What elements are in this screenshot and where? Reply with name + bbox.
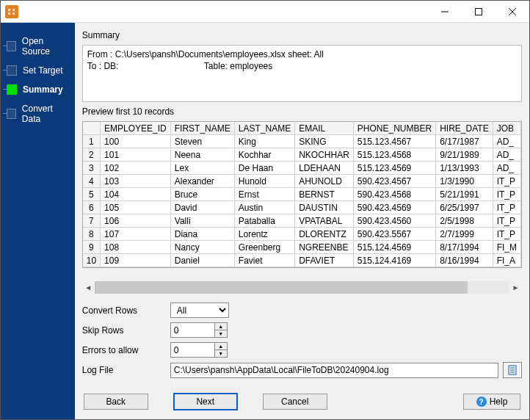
table-cell: 108: [101, 241, 171, 254]
table-cell: VPATABAL: [295, 214, 354, 228]
table-row[interactable]: 6105DavidAustinDAUSTIN590.423.45696/25/1…: [83, 201, 521, 214]
table-cell: NKOCHHAR: [295, 148, 354, 162]
table-cell: SKING: [295, 135, 354, 148]
back-button[interactable]: Back: [84, 394, 148, 410]
errors-allow-spinner[interactable]: ▲▼: [170, 342, 229, 358]
step-convert-data[interactable]: Convert Data: [1, 99, 75, 128]
preview-heading: Preview first 10 records: [82, 106, 522, 117]
table-cell: AHUNOLD: [295, 175, 354, 188]
row-number: 8: [83, 228, 101, 241]
table-cell: DLORENTZ: [295, 228, 354, 241]
table-cell: 515.123.4569: [353, 162, 435, 175]
summary-line: From : C:\Users\pansh\Documents\employee…: [87, 48, 517, 60]
table-cell: Faviet: [234, 254, 294, 267]
spinner-down-icon[interactable]: ▼: [215, 350, 227, 357]
table-row[interactable]: 2101NeenaKochharNKOCHHAR515.123.45689/21…: [83, 148, 521, 162]
row-number: 5: [83, 188, 101, 201]
step-label: Summary: [23, 84, 63, 95]
step-summary[interactable]: Summary: [1, 80, 75, 99]
spinner-down-icon[interactable]: ▼: [215, 330, 227, 337]
table-cell: Lex: [170, 162, 234, 175]
spinner-up-icon[interactable]: ▲: [215, 343, 227, 350]
convert-rows-select[interactable]: All: [170, 303, 229, 318]
wizard-sidebar: Open Source Set Target Summary Convert D…: [1, 23, 75, 419]
table-row[interactable]: 4103AlexanderHunoldAHUNOLD590.423.45671/…: [83, 175, 521, 188]
spinner-up-icon[interactable]: ▲: [215, 323, 227, 330]
horizontal-scrollbar[interactable]: ◄ ►: [82, 281, 522, 294]
document-icon: [507, 365, 518, 375]
window-controls: [428, 1, 529, 23]
preview-table[interactable]: EMPLOYEE_IDFIRST_NAMELAST_NAMEEMAILPHONE…: [83, 122, 521, 268]
table-cell: NGREENBE: [295, 241, 354, 254]
table-row[interactable]: 3102LexDe HaanLDEHAAN515.123.45691/13/19…: [83, 162, 521, 175]
table-cell: 105: [101, 201, 171, 214]
table-cell: 590.423.5567: [353, 228, 435, 241]
maximize-button[interactable]: [462, 1, 495, 23]
table-cell: DFAVIET: [295, 254, 354, 267]
column-header[interactable]: FIRST_NAME: [170, 122, 234, 135]
column-header[interactable]: HIRE_DATE: [436, 122, 493, 135]
table-cell: 515.123.4568: [353, 148, 435, 162]
table-cell: 103: [101, 175, 171, 188]
errors-allow-label: Errors to allow: [82, 345, 170, 355]
row-number: 3: [83, 162, 101, 175]
row-number: 9: [83, 241, 101, 254]
table-cell: Bruce: [170, 188, 234, 201]
table-cell: 515.124.4169: [353, 254, 435, 267]
column-header[interactable]: EMAIL: [295, 122, 354, 135]
step-label: Set Target: [23, 65, 62, 76]
table-cell: Kochhar: [234, 148, 294, 162]
table-cell: AD_: [493, 135, 520, 148]
table-cell: IT_P: [493, 214, 520, 228]
table-cell: Alexander: [170, 175, 234, 188]
table-cell: Hunold: [234, 175, 294, 188]
table-cell: 6/17/1987: [436, 135, 493, 148]
table-row[interactable]: 8107DianaLorentzDLORENTZ590.423.55672/7/…: [83, 228, 521, 241]
scroll-right-icon[interactable]: ►: [509, 281, 522, 294]
table-row[interactable]: 7106ValliPataballaVPATABAL590.423.45602/…: [83, 214, 521, 228]
browse-logfile-button[interactable]: [503, 362, 522, 378]
table-cell: FI_M: [493, 241, 520, 254]
table-row[interactable]: 1100StevenKingSKING515.123.45676/17/1987…: [83, 135, 521, 148]
row-number: 10: [83, 254, 101, 267]
skip-rows-input[interactable]: [170, 322, 214, 338]
column-header[interactable]: EMPLOYEE_ID: [101, 122, 171, 135]
convert-rows-label: Convert Rows: [82, 305, 170, 316]
svg-rect-1: [476, 8, 482, 15]
table-cell: 106: [101, 214, 171, 228]
scroll-track[interactable]: [95, 281, 509, 294]
table-cell: 102: [101, 162, 171, 175]
column-header[interactable]: LAST_NAME: [234, 122, 294, 135]
preview-table-container: EMPLOYEE_IDFIRST_NAMELAST_NAMEEMAILPHONE…: [82, 121, 522, 268]
summary-heading: Summary: [82, 30, 522, 40]
table-cell: 101: [101, 148, 171, 162]
table-cell: 1/3/1990: [436, 175, 493, 188]
row-number: 7: [83, 214, 101, 228]
summary-textbox[interactable]: From : C:\Users\pansh\Documents\employee…: [82, 45, 522, 102]
table-cell: Neena: [170, 148, 234, 162]
table-cell: Nancy: [170, 241, 234, 254]
table-cell: DAUSTIN: [295, 201, 354, 214]
table-cell: Valli: [170, 214, 234, 228]
help-button[interactable]: ? Help: [463, 394, 520, 410]
cancel-button[interactable]: Cancel: [263, 394, 327, 410]
errors-allow-input[interactable]: [170, 342, 214, 358]
scroll-thumb[interactable]: [95, 281, 468, 294]
table-cell: Lorentz: [234, 228, 294, 241]
close-button[interactable]: [495, 1, 529, 23]
table-cell: King: [234, 135, 294, 148]
table-cell: 590.423.4560: [353, 214, 435, 228]
table-cell: AD_: [493, 162, 520, 175]
table-row[interactable]: 10109DanielFavietDFAVIET515.124.41698/16…: [83, 254, 521, 267]
column-header[interactable]: PHONE_NUMBER: [353, 122, 435, 135]
column-header[interactable]: JOB: [493, 122, 520, 135]
step-open-source[interactable]: Open Source: [1, 32, 75, 61]
minimize-button[interactable]: [428, 1, 462, 23]
scroll-left-icon[interactable]: ◄: [82, 281, 95, 294]
table-row[interactable]: 5104BruceErnstBERNST590.423.45685/21/199…: [83, 188, 521, 201]
skip-rows-spinner[interactable]: ▲▼: [170, 322, 229, 338]
logfile-input[interactable]: [170, 363, 498, 378]
step-set-target[interactable]: Set Target: [1, 61, 75, 80]
table-row[interactable]: 9108NancyGreenbergNGREENBE515.124.45698/…: [83, 241, 521, 254]
next-button[interactable]: Next: [173, 393, 238, 410]
